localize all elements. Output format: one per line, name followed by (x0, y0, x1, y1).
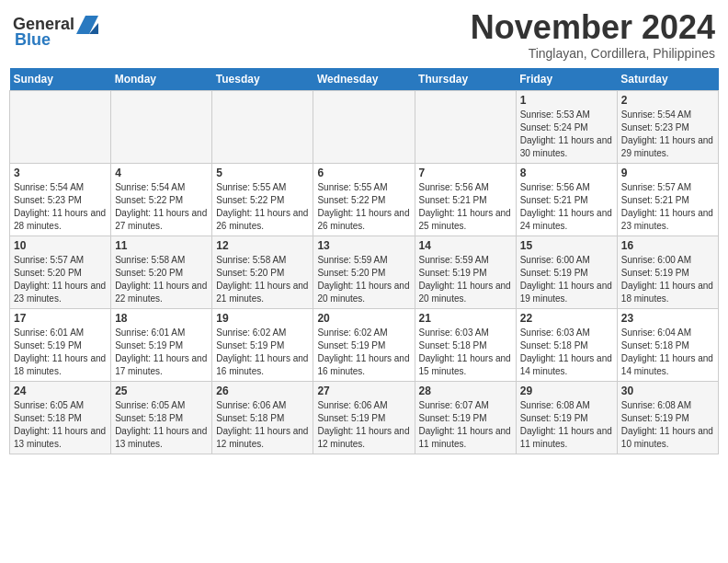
calendar-cell: 25Sunrise: 6:05 AM Sunset: 5:18 PM Dayli… (111, 381, 212, 454)
calendar-cell: 9Sunrise: 5:57 AM Sunset: 5:21 PM Daylig… (617, 163, 718, 236)
day-info: Sunrise: 6:03 AM Sunset: 5:18 PM Dayligh… (520, 327, 613, 378)
weekday-header: Friday (516, 68, 617, 91)
day-info: Sunrise: 5:57 AM Sunset: 5:20 PM Dayligh… (14, 254, 107, 305)
weekday-header: Thursday (415, 68, 516, 91)
weekday-header: Sunday (10, 68, 111, 91)
weekday-header: Wednesday (313, 68, 415, 91)
day-info: Sunrise: 6:07 AM Sunset: 5:19 PM Dayligh… (419, 399, 512, 451)
day-number: 22 (520, 312, 613, 325)
calendar-cell: 11Sunrise: 5:58 AM Sunset: 5:20 PM Dayli… (111, 236, 212, 308)
calendar-cell: 15Sunrise: 6:00 AM Sunset: 5:19 PM Dayli… (516, 236, 617, 308)
day-info: Sunrise: 6:01 AM Sunset: 5:19 PM Dayligh… (14, 327, 107, 378)
calendar-cell: 7Sunrise: 5:56 AM Sunset: 5:21 PM Daylig… (415, 163, 516, 236)
day-info: Sunrise: 6:00 AM Sunset: 5:19 PM Dayligh… (520, 254, 613, 305)
weekday-header: Monday (111, 68, 212, 91)
day-info: Sunrise: 5:56 AM Sunset: 5:21 PM Dayligh… (520, 181, 613, 233)
weekday-header: Tuesday (212, 68, 313, 91)
calendar-cell: 19Sunrise: 6:02 AM Sunset: 5:19 PM Dayli… (212, 308, 313, 381)
day-number: 26 (216, 385, 309, 397)
day-number: 10 (14, 239, 107, 252)
calendar-cell: 20Sunrise: 6:02 AM Sunset: 5:19 PM Dayli… (313, 308, 415, 381)
day-info: Sunrise: 6:03 AM Sunset: 5:18 PM Dayligh… (419, 327, 512, 378)
calendar-cell (212, 90, 313, 163)
calendar-week-row: 10Sunrise: 5:57 AM Sunset: 5:20 PM Dayli… (10, 236, 719, 308)
day-number: 11 (115, 239, 208, 252)
day-info: Sunrise: 5:58 AM Sunset: 5:20 PM Dayligh… (216, 254, 309, 305)
day-info: Sunrise: 6:08 AM Sunset: 5:19 PM Dayligh… (520, 399, 613, 451)
calendar-cell: 21Sunrise: 6:03 AM Sunset: 5:18 PM Dayli… (415, 308, 516, 381)
calendar-header: SundayMondayTuesdayWednesdayThursdayFrid… (10, 68, 719, 91)
day-info: Sunrise: 5:59 AM Sunset: 5:19 PM Dayligh… (419, 254, 512, 305)
day-number: 28 (419, 385, 512, 397)
day-number: 14 (419, 239, 512, 252)
calendar-cell: 5Sunrise: 5:55 AM Sunset: 5:22 PM Daylig… (212, 163, 313, 236)
calendar-cell: 13Sunrise: 5:59 AM Sunset: 5:20 PM Dayli… (313, 236, 415, 308)
logo: General Blue (13, 15, 98, 50)
day-number: 20 (317, 312, 410, 325)
logo-icon (76, 16, 98, 34)
calendar-cell: 17Sunrise: 6:01 AM Sunset: 5:19 PM Dayli… (10, 308, 111, 381)
calendar-week-row: 17Sunrise: 6:01 AM Sunset: 5:19 PM Dayli… (10, 308, 719, 381)
day-number: 9 (621, 167, 714, 179)
day-number: 7 (419, 167, 512, 179)
day-info: Sunrise: 5:53 AM Sunset: 5:24 PM Dayligh… (520, 109, 613, 160)
calendar-cell (10, 90, 111, 163)
day-info: Sunrise: 5:57 AM Sunset: 5:21 PM Dayligh… (621, 181, 714, 233)
day-number: 25 (115, 385, 208, 397)
logo-blue: Blue (15, 30, 51, 49)
day-number: 12 (216, 239, 309, 252)
calendar-cell: 24Sunrise: 6:05 AM Sunset: 5:18 PM Dayli… (10, 381, 111, 454)
calendar-cell: 22Sunrise: 6:03 AM Sunset: 5:18 PM Dayli… (516, 308, 617, 381)
title-section: November 2024 Tinglayan, Cordillera, Phi… (471, 9, 715, 61)
day-number: 27 (317, 385, 410, 397)
calendar-cell: 30Sunrise: 6:08 AM Sunset: 5:19 PM Dayli… (617, 381, 718, 454)
day-info: Sunrise: 6:04 AM Sunset: 5:18 PM Dayligh… (621, 327, 714, 378)
calendar-cell: 10Sunrise: 5:57 AM Sunset: 5:20 PM Dayli… (10, 236, 111, 308)
day-info: Sunrise: 5:54 AM Sunset: 5:22 PM Dayligh… (115, 181, 208, 233)
day-info: Sunrise: 6:06 AM Sunset: 5:18 PM Dayligh… (216, 399, 309, 451)
day-number: 8 (520, 167, 613, 179)
day-number: 24 (14, 385, 107, 397)
day-number: 30 (621, 385, 714, 397)
calendar-cell: 6Sunrise: 5:55 AM Sunset: 5:22 PM Daylig… (313, 163, 415, 236)
calendar-week-row: 24Sunrise: 6:05 AM Sunset: 5:18 PM Dayli… (10, 381, 719, 454)
day-number: 19 (216, 312, 309, 325)
calendar-cell: 16Sunrise: 6:00 AM Sunset: 5:19 PM Dayli… (617, 236, 718, 308)
day-number: 16 (621, 239, 714, 252)
calendar-table: SundayMondayTuesdayWednesdayThursdayFrid… (9, 68, 719, 454)
month-year-title: November 2024 (471, 9, 715, 46)
day-info: Sunrise: 5:55 AM Sunset: 5:22 PM Dayligh… (216, 181, 309, 233)
calendar-cell: 2Sunrise: 5:54 AM Sunset: 5:23 PM Daylig… (617, 90, 718, 163)
calendar-cell (415, 90, 516, 163)
day-info: Sunrise: 6:05 AM Sunset: 5:18 PM Dayligh… (14, 399, 107, 451)
calendar-cell: 26Sunrise: 6:06 AM Sunset: 5:18 PM Dayli… (212, 381, 313, 454)
day-number: 1 (520, 94, 613, 107)
day-info: Sunrise: 5:55 AM Sunset: 5:22 PM Dayligh… (317, 181, 410, 233)
calendar-cell: 29Sunrise: 6:08 AM Sunset: 5:19 PM Dayli… (516, 381, 617, 454)
day-number: 2 (621, 94, 714, 107)
calendar-cell (313, 90, 415, 163)
calendar-cell: 18Sunrise: 6:01 AM Sunset: 5:19 PM Dayli… (111, 308, 212, 381)
day-info: Sunrise: 6:06 AM Sunset: 5:19 PM Dayligh… (317, 399, 410, 451)
day-number: 15 (520, 239, 613, 252)
page-header: General Blue November 2024 Tinglayan, Co… (9, 9, 719, 61)
day-number: 23 (621, 312, 714, 325)
day-info: Sunrise: 6:01 AM Sunset: 5:19 PM Dayligh… (115, 327, 208, 378)
calendar-cell: 23Sunrise: 6:04 AM Sunset: 5:18 PM Dayli… (617, 308, 718, 381)
day-number: 18 (115, 312, 208, 325)
location-subtitle: Tinglayan, Cordillera, Philippines (471, 46, 715, 61)
weekday-header: Saturday (617, 68, 718, 91)
day-number: 13 (317, 239, 410, 252)
day-info: Sunrise: 6:00 AM Sunset: 5:19 PM Dayligh… (621, 254, 714, 305)
day-info: Sunrise: 5:54 AM Sunset: 5:23 PM Dayligh… (14, 181, 107, 233)
calendar-cell: 14Sunrise: 5:59 AM Sunset: 5:19 PM Dayli… (415, 236, 516, 308)
day-info: Sunrise: 6:08 AM Sunset: 5:19 PM Dayligh… (621, 399, 714, 451)
day-info: Sunrise: 5:56 AM Sunset: 5:21 PM Dayligh… (419, 181, 512, 233)
calendar-cell: 1Sunrise: 5:53 AM Sunset: 5:24 PM Daylig… (516, 90, 617, 163)
calendar-cell (111, 90, 212, 163)
calendar-cell: 28Sunrise: 6:07 AM Sunset: 5:19 PM Dayli… (415, 381, 516, 454)
calendar-cell: 27Sunrise: 6:06 AM Sunset: 5:19 PM Dayli… (313, 381, 415, 454)
day-info: Sunrise: 6:05 AM Sunset: 5:18 PM Dayligh… (115, 399, 208, 451)
calendar-week-row: 3Sunrise: 5:54 AM Sunset: 5:23 PM Daylig… (10, 163, 719, 236)
day-number: 17 (14, 312, 107, 325)
